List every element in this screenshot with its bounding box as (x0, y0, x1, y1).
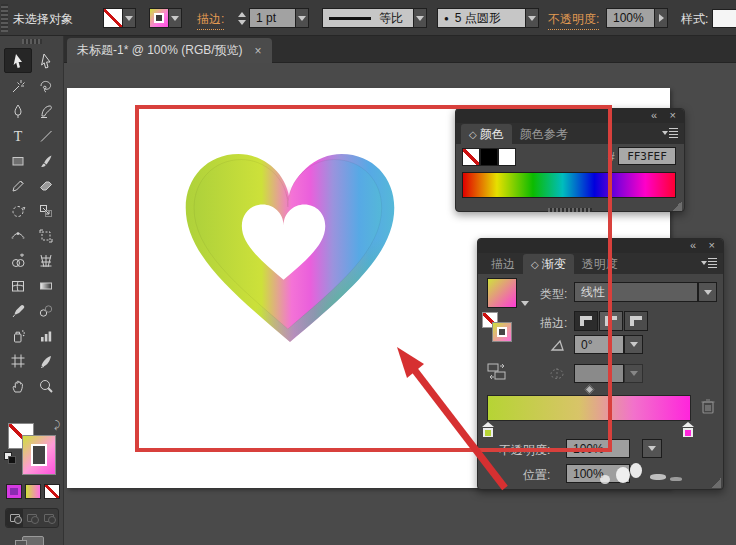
tool-symbol-sprayer[interactable] (4, 323, 32, 348)
gradient-mode-button[interactable] (25, 484, 41, 499)
tool-grid: T (4, 48, 60, 398)
stop-opacity-dropdown[interactable] (642, 439, 662, 458)
fill-none-swatch[interactable] (103, 8, 123, 28)
direct-selection-icon (38, 53, 54, 69)
document-tab[interactable]: 未标题-1* @ 100% (RGB/预览) × (67, 38, 272, 63)
tools-panel-grip[interactable] (22, 39, 42, 44)
shape-builder-icon (10, 253, 26, 269)
tool-mesh[interactable] (4, 273, 32, 298)
tool-direct-selection[interactable] (32, 48, 60, 73)
tool-hand[interactable] (4, 373, 32, 398)
draw-inside-button[interactable] (41, 509, 58, 527)
tool-eraser[interactable] (32, 173, 60, 198)
default-fill-stroke-icon[interactable] (4, 452, 16, 464)
panel-menu-icon[interactable] (662, 127, 678, 139)
none-mode-button[interactable] (44, 484, 60, 499)
tool-blob-brush[interactable] (32, 98, 60, 123)
tool-paintbrush[interactable] (32, 148, 60, 173)
stroke-weight-stepper[interactable] (236, 8, 247, 28)
style-label: 样式: (681, 11, 708, 28)
close-panel-icon[interactable]: × (670, 109, 676, 121)
aspect-ratio-dropdown (624, 364, 643, 383)
width-profile-select[interactable]: 等比 (322, 8, 414, 28)
gradient-type-dropdown[interactable] (698, 282, 717, 302)
tool-column-graph[interactable] (32, 323, 60, 348)
collapse-panel-icon[interactable]: « (690, 239, 695, 251)
tool-eyedropper[interactable] (4, 298, 32, 323)
fill-dropdown-arrow[interactable] (123, 8, 136, 28)
tool-free-transform[interactable] (32, 223, 60, 248)
control-bar: 未选择对象 描边: 1 pt 等比 ● 5 点圆形 不透明度: 100% 样式: (0, 0, 736, 36)
tool-scale[interactable] (32, 198, 60, 223)
panel-menu-icon[interactable] (701, 257, 717, 269)
screen-mode-button[interactable] (22, 536, 44, 545)
opacity-dropdown[interactable] (655, 8, 668, 28)
drawing-modes (5, 508, 59, 528)
illustrator-window: 未选择对象 描边: 1 pt 等比 ● 5 点圆形 不透明度: 100% 样式: (0, 0, 736, 545)
tool-selection[interactable] (4, 48, 32, 73)
tool-pen[interactable] (4, 98, 32, 123)
scale-icon (38, 203, 54, 219)
control-bar-grip[interactable] (1, 4, 8, 32)
close-panel-icon[interactable]: × (709, 239, 715, 251)
panel-resize-grip[interactable] (711, 478, 721, 488)
tool-line-segment[interactable] (32, 123, 60, 148)
tool-blend[interactable] (32, 298, 60, 323)
hex-value-field[interactable]: FF3FEF (618, 147, 676, 165)
stroke-weight-field[interactable]: 1 pt (249, 8, 296, 28)
swap-fill-stroke-icon[interactable]: ⤸ (54, 419, 60, 431)
stroke-weight-dropdown[interactable] (296, 8, 309, 28)
symbol-sprayer-icon (10, 328, 26, 344)
stroke-color-button[interactable] (149, 8, 182, 28)
tool-artboard[interactable] (4, 348, 32, 373)
tool-width[interactable] (4, 223, 32, 248)
gradient-across-stroke-button[interactable] (624, 311, 648, 331)
tool-zoom[interactable] (32, 373, 60, 398)
gradient-icon (38, 278, 54, 294)
brush-dropdown[interactable] (526, 8, 539, 28)
artifact-blob (670, 477, 682, 481)
delete-stop-trash-icon[interactable] (700, 397, 716, 415)
stroke-dropdown-arrow[interactable] (169, 8, 182, 28)
tool-rotate[interactable] (4, 198, 32, 223)
tool-magic-wand[interactable] (4, 73, 32, 98)
pencil-icon (10, 178, 26, 194)
line-segment-icon (38, 128, 54, 144)
annotation-rectangle (135, 105, 612, 452)
draw-normal-button[interactable] (6, 509, 23, 527)
stroke-gradient-swatch[interactable] (149, 8, 169, 28)
document-tab-close-icon[interactable]: × (255, 44, 262, 58)
collapse-panel-icon[interactable]: « (651, 109, 656, 121)
fill-stroke-indicator: ⤸ (4, 419, 60, 481)
width-profile-value: 等比 (379, 10, 403, 27)
tool-slice[interactable] (32, 348, 60, 373)
gradient-stop-right[interactable] (682, 422, 694, 438)
opacity-panel-link[interactable]: 不透明度: (548, 11, 599, 30)
draw-behind-button[interactable] (23, 509, 40, 527)
panel-resize-grip[interactable] (672, 201, 682, 211)
brush-select[interactable]: ● 5 点圆形 (437, 8, 526, 28)
stroke-panel-link[interactable]: 描边: (197, 11, 224, 30)
color-mode-button[interactable] (6, 484, 22, 499)
tool-lasso[interactable] (32, 73, 60, 98)
free-transform-icon (38, 228, 54, 244)
tool-perspective-grid[interactable] (32, 248, 60, 273)
annotation-arrow (380, 335, 525, 505)
opacity-field[interactable]: 100% (606, 8, 655, 28)
document-tab-bar: 未标题-1* @ 100% (RGB/预览) × (64, 36, 736, 63)
lasso-icon (38, 78, 54, 94)
tool-pencil[interactable] (4, 173, 32, 198)
artboard-icon (10, 353, 26, 369)
style-swatch-slot[interactable] (712, 9, 736, 28)
brush-value: 5 点圆形 (455, 10, 501, 27)
tool-rectangle[interactable] (4, 148, 32, 173)
gradient-angle-dropdown[interactable] (624, 335, 643, 354)
tool-type[interactable]: T (4, 123, 32, 148)
blob-brush-icon (38, 103, 54, 119)
tool-shape-builder[interactable] (4, 248, 32, 273)
fill-color-button[interactable] (103, 8, 136, 28)
tool-gradient[interactable] (32, 273, 60, 298)
stroke-indicator-gradient[interactable] (22, 435, 56, 475)
width-profile-dropdown[interactable] (414, 8, 427, 28)
artifact-blob (616, 467, 630, 483)
